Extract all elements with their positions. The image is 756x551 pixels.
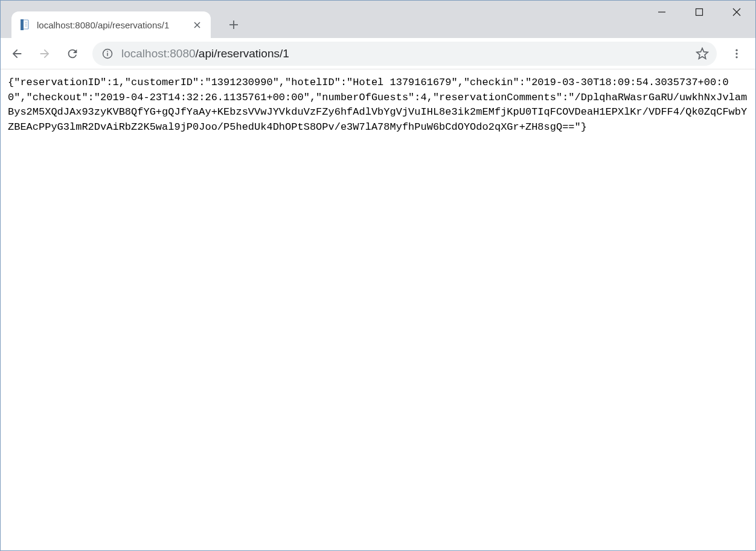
new-tab-button[interactable] [222,13,246,37]
svg-point-17 [735,53,737,54]
svg-rect-10 [696,9,703,16]
svg-rect-14 [107,53,108,56]
site-info-icon[interactable] [101,47,114,60]
reload-button[interactable] [60,41,85,66]
svg-point-16 [735,49,737,51]
minimize-button[interactable] [643,1,681,24]
tab-strip: localhost:8080/api/reservations/1 [1,1,246,38]
browser-titlebar: localhost:8080/api/reservations/1 [1,1,755,38]
url-display: localhost:8080/api/reservations/1 [121,47,687,60]
close-window-button[interactable] [718,1,755,24]
window-controls [643,1,755,24]
maximize-button[interactable] [681,1,718,24]
page-favicon [20,19,31,30]
svg-rect-1 [21,19,24,30]
browser-menu-button[interactable] [724,41,749,66]
back-button[interactable] [4,41,30,66]
forward-button[interactable] [32,41,57,66]
close-tab-button[interactable] [190,18,203,31]
response-body: {"reservationID":1,"customerID":"1391230… [8,75,748,135]
url-path: /api/reservations/1 [196,47,289,60]
svg-rect-15 [107,51,108,52]
bookmark-button[interactable] [694,45,711,62]
url-port: :8080 [167,47,196,60]
active-tab[interactable]: localhost:8080/api/reservations/1 [11,11,211,38]
svg-point-18 [735,56,737,58]
address-bar[interactable]: localhost:8080/api/reservations/1 [92,42,717,66]
browser-toolbar: localhost:8080/api/reservations/1 [1,38,755,69]
url-host: localhost [121,47,167,60]
tab-title: localhost:8080/api/reservations/1 [37,20,187,30]
page-viewport: {"reservationID":1,"customerID":"1391230… [1,69,755,550]
